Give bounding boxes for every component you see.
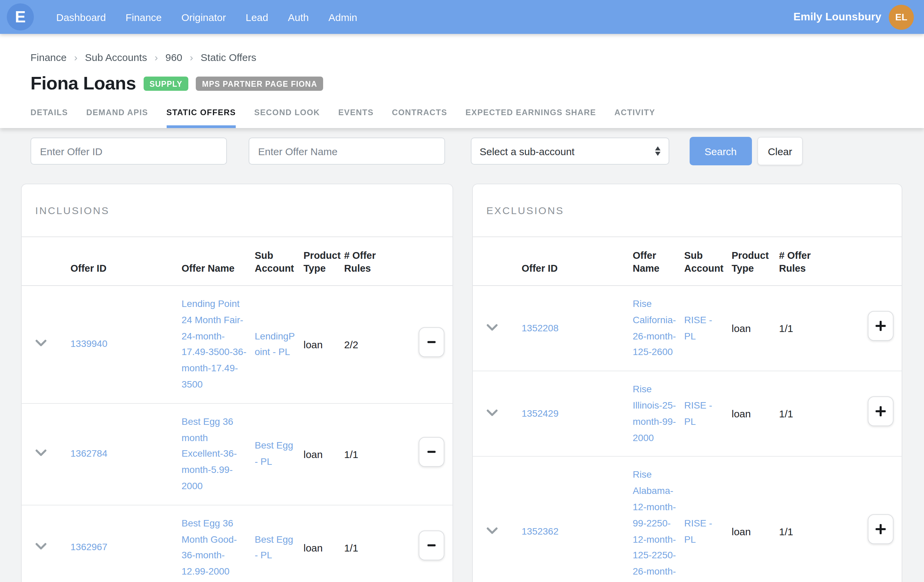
sub-account-link[interactable]: RISE - PL: [684, 518, 712, 545]
product-type: loan: [732, 322, 751, 334]
partner-page-badge: MPS PARTNER PAGE FIONA: [196, 76, 323, 91]
plus-icon: [876, 321, 886, 331]
offer-id-link[interactable]: 1362967: [71, 542, 107, 552]
sub-account-link[interactable]: RISE - PL: [684, 400, 712, 427]
add-offer-button[interactable]: [868, 514, 894, 544]
chevron-down-icon[interactable]: [35, 543, 47, 551]
product-type: loan: [304, 542, 323, 553]
product-type: loan: [732, 526, 751, 537]
supply-badge: SUPPLY: [143, 76, 188, 91]
main-content: Select a sub-account Search Clear INCLUS…: [0, 128, 924, 582]
nav-item[interactable]: Admin: [328, 11, 357, 23]
column-header: Product Type: [304, 237, 344, 286]
sub-account-link[interactable]: RISE - PL: [684, 314, 712, 341]
chevron-down-icon[interactable]: [487, 527, 498, 534]
tab[interactable]: DETAILS: [30, 108, 68, 128]
plus-icon: [876, 407, 886, 417]
tab-bar: DETAILSDEMAND APISSTATIC OFFERSSECOND LO…: [30, 108, 903, 128]
remove-offer-button[interactable]: [419, 437, 444, 467]
breadcrumb-item[interactable]: 960: [165, 51, 182, 63]
column-header: [389, 237, 452, 286]
tab[interactable]: EVENTS: [338, 108, 374, 128]
table-row: 1362784 Best Egg 36 month Excellent-36-m…: [21, 403, 452, 505]
offer-id-link[interactable]: 1352362: [521, 526, 559, 536]
minus-icon: [427, 544, 436, 546]
add-offer-button[interactable]: [868, 311, 894, 341]
nav-item[interactable]: Lead: [246, 11, 268, 23]
page: E DashboardFinanceOriginatorLeadAuthAdmi…: [0, 0, 924, 582]
offer-id-link[interactable]: 1352208: [521, 322, 559, 333]
tab[interactable]: ACTIVITY: [614, 108, 655, 128]
minus-icon: [427, 341, 436, 343]
offer-rules-count: 1/1: [779, 322, 793, 334]
offer-name-input[interactable]: [249, 137, 445, 165]
offer-id-link[interactable]: 1362784: [71, 448, 107, 459]
sub-account-link[interactable]: LendingPoint - PL: [255, 330, 295, 357]
filter-bar: Select a sub-account Search Clear: [30, 137, 903, 165]
offer-id-link[interactable]: 1352429: [521, 408, 559, 419]
column-header: Offer ID: [521, 237, 633, 286]
clear-button[interactable]: Clear: [757, 137, 803, 165]
nav-item[interactable]: Finance: [125, 11, 162, 23]
app-logo[interactable]: E: [7, 3, 34, 30]
nav-item[interactable]: Dashboard: [56, 11, 106, 23]
tab[interactable]: CONTRACTS: [392, 108, 447, 128]
breadcrumb-item[interactable]: Static Offers: [201, 51, 256, 63]
offer-rules-count: 1/1: [344, 448, 358, 460]
column-header: Product Type: [732, 237, 779, 286]
column-header: [21, 237, 71, 286]
avatar-initials: EL: [895, 12, 908, 22]
breadcrumb-item[interactable]: Finance: [30, 51, 67, 63]
sub-account-link[interactable]: Best Egg - PL: [255, 440, 293, 467]
add-offer-button[interactable]: [868, 397, 894, 427]
tables-row: INCLUSIONS Offer IDOffer NameSub Account…: [21, 184, 903, 582]
breadcrumb-item[interactable]: Sub Accounts: [85, 51, 147, 63]
offer-rules-count: 1/1: [779, 526, 793, 537]
offer-name-link[interactable]: Rise Alabama-12-month-99-2250-12-month-1…: [633, 469, 676, 582]
table-row: 1352429 Rise Illinois-25-month-99-2000 R…: [473, 371, 902, 456]
offer-name-link[interactable]: Rise Illinois-25-month-99-2000: [633, 384, 676, 443]
plus-icon: [876, 524, 886, 534]
column-header: # Offer Rules: [779, 237, 838, 286]
exclusions-title: EXCLUSIONS: [473, 184, 902, 237]
remove-offer-button[interactable]: [419, 327, 444, 357]
inclusions-title: INCLUSIONS: [21, 184, 452, 237]
product-type: loan: [732, 408, 751, 419]
column-header: Offer ID: [71, 237, 182, 286]
offer-id-input[interactable]: [30, 137, 227, 165]
offer-name-link[interactable]: Rise California-26-month-125-2600: [633, 298, 676, 357]
tab[interactable]: EXPECTED EARNINGS SHARE: [465, 108, 596, 128]
tab[interactable]: DEMAND APIS: [86, 108, 148, 128]
nav-item[interactable]: Originator: [182, 11, 226, 23]
sub-account-link[interactable]: Best Egg - PL: [255, 534, 293, 561]
column-header: # Offer Rules: [344, 237, 389, 286]
search-button[interactable]: Search: [690, 137, 752, 165]
offer-name-link[interactable]: Best Egg 36 Month Good-36-month-12.99-20…: [182, 518, 237, 577]
column-header: [473, 237, 521, 286]
chevron-down-icon[interactable]: [487, 409, 498, 417]
table-row: 1339940 Lending Point 24 Month Fair-24-m…: [21, 286, 452, 403]
offer-name-link[interactable]: Best Egg 36 month Excellent-36-month-5.9…: [182, 416, 237, 491]
page-title: Fiona Loans: [30, 73, 136, 94]
offer-id-link[interactable]: 1339940: [71, 339, 107, 349]
column-header: Offer Name: [182, 237, 255, 286]
sub-account-select[interactable]: Select a sub-account: [471, 137, 669, 165]
offer-name-link[interactable]: Lending Point 24 Month Fair-24-month-17.…: [182, 298, 247, 390]
chevron-down-icon[interactable]: [487, 324, 498, 331]
user-section: Emily Lounsbury EL: [793, 4, 914, 30]
table-row: 1362967 Best Egg 36 Month Good-36-month-…: [21, 505, 452, 582]
nav-menu: DashboardFinanceOriginatorLeadAuthAdmin: [56, 11, 357, 23]
remove-offer-button[interactable]: [419, 531, 444, 561]
logo-letter: E: [15, 7, 26, 26]
sub-account-select-value: Select a sub-account: [480, 146, 655, 157]
top-nav: E DashboardFinanceOriginatorLeadAuthAdmi…: [0, 0, 924, 34]
nav-item[interactable]: Auth: [288, 11, 309, 23]
avatar[interactable]: EL: [889, 4, 914, 30]
breadcrumb: FinanceSub Accounts960Static Offers: [30, 51, 903, 63]
tab[interactable]: SECOND LOOK: [254, 108, 320, 128]
page-header: FinanceSub Accounts960Static Offers Fion…: [0, 34, 924, 128]
chevron-down-icon[interactable]: [35, 450, 47, 457]
tab[interactable]: STATIC OFFERS: [166, 108, 236, 128]
chevron-down-icon[interactable]: [35, 340, 47, 347]
product-type: loan: [304, 339, 323, 350]
